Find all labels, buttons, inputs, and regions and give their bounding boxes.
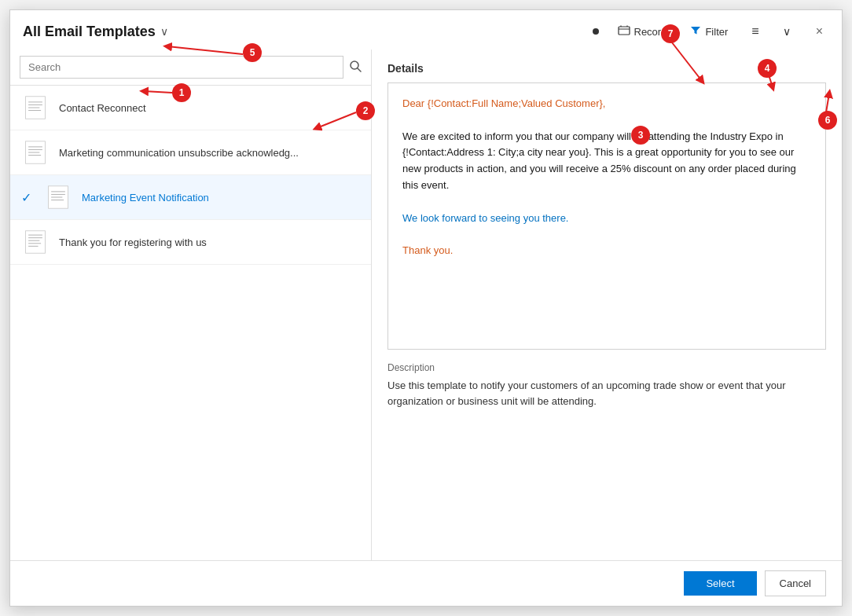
template-item[interactable]: Thank you for registering with us	[10, 220, 371, 265]
template-name: Marketing communication unsubscribe ackn…	[59, 147, 299, 159]
email-line-4: Thank you.	[402, 243, 811, 259]
filter-button[interactable]: Filter	[685, 22, 733, 42]
template-list: Contact Reconnect Marketing communicati	[10, 86, 371, 560]
search-bar	[10, 50, 371, 86]
template-thumbnail	[21, 138, 50, 167]
template-name: Contact Reconnect	[59, 102, 146, 114]
svg-line-11	[358, 68, 361, 72]
more-button[interactable]: ≡	[747, 21, 763, 42]
template-thumbnail	[21, 228, 50, 256]
dialog-header: All Email Templates ∨ Record	[10, 10, 842, 50]
dialog-footer: Select Cancel	[10, 560, 842, 606]
email-line-3: We look forward to seeing you there.	[402, 211, 811, 227]
expand-button[interactable]: ∨	[778, 22, 795, 41]
template-thumbnail	[21, 94, 50, 122]
template-name: Thank you for registering with us	[59, 236, 207, 248]
header-right: Record Filter ≡ ∨ ×	[593, 21, 830, 42]
svg-rect-6	[619, 27, 630, 35]
right-panel: Details Dear {!Contact:Full Name;Valued …	[372, 50, 842, 560]
dialog-body: Contact Reconnect Marketing communicati	[10, 50, 842, 560]
selected-checkmark: ✓	[21, 190, 31, 205]
left-panel: Contact Reconnect Marketing communicati	[10, 50, 372, 560]
dialog-title: All Email Templates	[23, 24, 156, 40]
search-icon	[350, 60, 362, 75]
select-button[interactable]: Select	[684, 571, 756, 596]
record-label: Record	[634, 26, 667, 38]
description-text: Use this template to notify your custome…	[387, 378, 826, 409]
filter-label: Filter	[705, 26, 728, 38]
header-left: All Email Templates ∨	[23, 24, 168, 40]
email-line-1: Dear {!Contact:Full Name;Valued Customer…	[402, 96, 811, 112]
record-icon	[618, 25, 630, 38]
more-icon: ≡	[751, 24, 758, 38]
filter-icon	[690, 25, 701, 38]
svg-rect-27	[26, 231, 46, 253]
template-name: Marketing Event Notification	[82, 192, 209, 204]
details-label: Details	[387, 62, 826, 75]
close-button[interactable]: ×	[810, 22, 829, 41]
description-label: Description	[387, 362, 826, 373]
template-item-selected[interactable]: ✓ Marketing Event Notification	[10, 175, 371, 220]
template-item[interactable]: Marketing communication unsubscribe ackn…	[10, 130, 371, 175]
email-template-dialog: 1 2 3 4 5 6 7 All Email Templates ∨	[9, 9, 843, 607]
expand-chevron-icon: ∨	[783, 25, 791, 38]
search-input[interactable]	[20, 56, 343, 79]
dot-indicator	[593, 28, 599, 35]
email-line-2: We are excited to inform you that our co…	[402, 129, 811, 194]
title-dropdown-chevron[interactable]: ∨	[160, 25, 168, 38]
email-preview: Dear {!Contact:Full Name;Valued Customer…	[387, 82, 826, 350]
template-item[interactable]: Contact Reconnect	[10, 86, 371, 130]
cancel-button[interactable]: Cancel	[765, 570, 826, 596]
record-button[interactable]: Record	[613, 22, 672, 42]
template-thumbnail	[44, 183, 72, 211]
